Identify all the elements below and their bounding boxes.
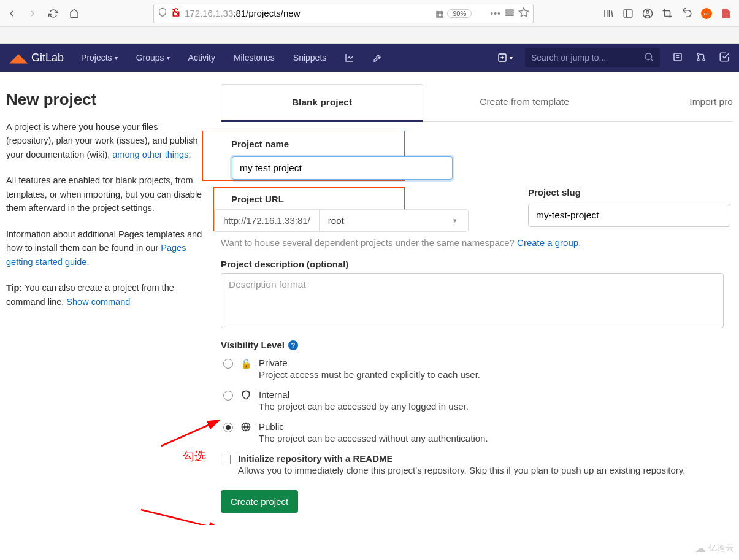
nav-projects[interactable]: Projects▾ [74,53,125,63]
sidebar-para-2: All features are enabled for blank proje… [6,174,202,215]
namespace-select[interactable]: root ▾ [319,209,469,232]
search-icon [644,52,654,64]
project-slug-label: Project slug [528,187,730,198]
namespace-hint: Want to house several dependent projects… [221,237,733,248]
gitlab-logo[interactable]: ◢◣ GitLab [9,50,64,65]
radio-private[interactable] [223,359,233,369]
project-url-base: http://172.16.1.33:81/ [214,209,319,232]
svg-rect-1 [506,12,513,13]
gitlab-icon: ◢◣ [9,50,28,65]
globe-icon [240,422,251,434]
show-command-link[interactable]: Show command [66,297,130,307]
svg-point-13 [697,59,699,61]
todo-icon[interactable] [719,52,730,64]
gitlab-header: ◢◣ GitLab Projects▾ Groups▾ Activity Mil… [0,44,739,72]
plus-button[interactable]: ▾ [497,53,513,63]
search-input[interactable] [531,53,644,63]
svg-point-7 [646,10,649,13]
svg-rect-4 [624,10,632,17]
visibility-internal[interactable]: InternalThe project can be accessed by a… [221,389,733,412]
among-other-link[interactable]: among other things [112,150,188,159]
undo-icon[interactable] [681,8,692,19]
browser-toolbar: 172.16.1.33:81/projects/new ▦ 90% ••• ∞ … [0,0,739,27]
radio-public[interactable] [223,423,233,432]
tab-blank-project[interactable]: Blank project [221,84,423,122]
chevron-down-icon: ▾ [453,217,457,224]
url-bar[interactable]: 172.16.1.33:81/projects/new ▦ 90% ••• [153,4,534,23]
visibility-public[interactable]: PublicThe project can be accessed withou… [221,421,733,443]
readme-option[interactable]: Initialize repository with a READMEAllow… [221,453,733,475]
library-icon[interactable] [603,8,614,19]
sidebar-para-4: Tip: You can also create a project from … [6,281,202,309]
svg-point-14 [703,59,705,61]
more-icon[interactable]: ••• [490,9,501,18]
qr-icon[interactable]: ▦ [435,9,443,18]
url-text: 172.16.1.33:81/projects/new [185,8,432,18]
shield-icon [158,7,167,19]
svg-marker-3 [519,8,529,17]
sidebar: New project A project is where you house… [6,84,202,513]
description-label: Project description (optional) [221,259,733,269]
readme-desc: Allows you to immediately clone this pro… [238,465,685,475]
account-icon[interactable] [642,8,653,19]
zoom-badge[interactable]: 90% [447,9,472,18]
nav-groups[interactable]: Groups▾ [129,53,177,63]
nav-snippets[interactable]: Snippets [286,53,334,63]
infinity-icon[interactable]: ∞ [701,8,712,19]
svg-point-10 [645,53,652,60]
issues-icon[interactable] [672,52,683,64]
home-button[interactable] [65,4,83,23]
tabs: Blank project Create from template Impor… [221,84,733,122]
project-name-input[interactable] [232,156,453,180]
svg-rect-0 [506,10,513,11]
main-content: Blank project Create from template Impor… [221,84,733,513]
shield-icon [240,390,251,402]
forward-button[interactable] [23,4,42,23]
chart-icon[interactable] [337,53,362,63]
nav-activity[interactable]: Activity [181,53,223,63]
readme-checkbox[interactable] [221,455,231,464]
create-project-button[interactable]: Create project [221,490,298,513]
highlight-project-url: Project URL http://172.16.1.33:81/ root … [213,187,405,231]
lock-icon: 🔒 [240,358,251,369]
merge-icon[interactable] [695,52,706,64]
header-search[interactable] [525,48,660,67]
radio-internal[interactable] [223,391,233,401]
gitlab-brand-text: GitLab [31,52,64,64]
star-icon[interactable] [518,7,529,20]
sidebar-para-1: A project is where you house your files … [6,120,202,161]
readme-title: Initialize repository with a README [238,453,685,464]
project-slug-input[interactable] [528,204,730,227]
lock-slash-icon [171,7,181,19]
reload-button[interactable] [44,4,63,23]
sidebar-icon[interactable] [622,8,634,19]
description-input[interactable] [221,273,724,328]
visibility-private[interactable]: 🔒 PrivateProject access must be granted … [221,358,733,380]
pdf-icon[interactable]: PDF [721,8,732,19]
project-name-label: Project name [231,139,394,149]
reader-icon[interactable] [505,7,515,19]
page-title: New project [6,90,202,109]
nav-milestones[interactable]: Milestones [226,53,282,63]
create-group-link[interactable]: Create a group. [517,237,581,248]
tab-import-project[interactable]: Import pro [683,84,733,121]
svg-text:PDF: PDF [724,12,730,16]
visibility-label: Visibility Level? [221,340,733,350]
sidebar-para-3: Information about additional Pages templ… [6,228,202,269]
svg-rect-2 [506,15,513,15]
help-icon[interactable]: ? [288,340,298,350]
svg-point-12 [697,53,699,55]
tab-create-template[interactable]: Create from template [423,84,626,121]
wrench-icon[interactable] [366,53,390,63]
project-url-label: Project URL [231,194,394,204]
crop-icon[interactable] [662,8,673,19]
back-button[interactable] [2,4,21,23]
